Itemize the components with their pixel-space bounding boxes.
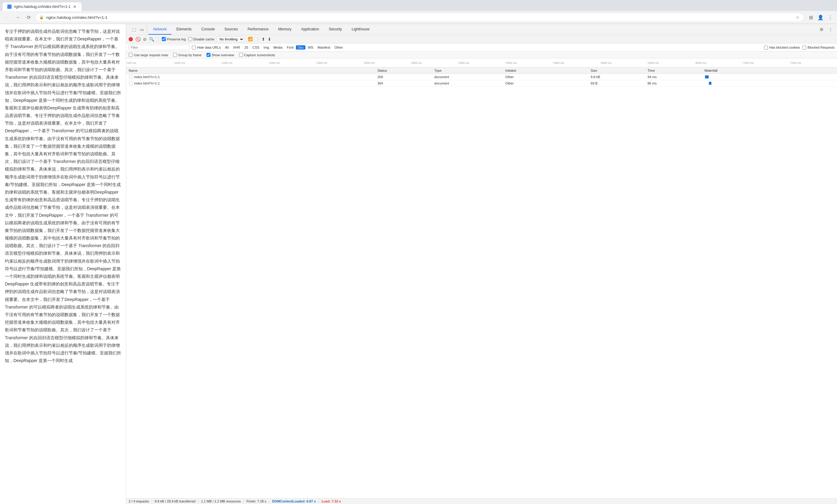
address-bar[interactable]: 🔒 nginx.halobug.cn/index.html?v=1-1 ☆ (35, 13, 804, 22)
preserve-log-label[interactable]: Preserve log (162, 37, 186, 41)
use-large-rows-checkbox[interactable] (129, 53, 132, 57)
lock-icon: 🔒 (39, 15, 44, 19)
profile-button[interactable]: 👤 (816, 13, 825, 22)
tab-network[interactable]: Network (148, 24, 172, 35)
show-overview-label[interactable]: Show overview (207, 53, 234, 57)
col-size[interactable]: Size (588, 68, 645, 74)
preserve-log-checkbox[interactable] (162, 37, 166, 41)
col-time[interactable]: Time (645, 68, 702, 74)
timeline-tick: 1500 ms (221, 61, 269, 65)
timeline-tick: 4000 ms (458, 61, 505, 65)
blocked-requests-checkbox[interactable] (802, 46, 806, 50)
tab-sources[interactable]: Sources (219, 24, 243, 35)
table-row[interactable]: index.html?v=1-1 200 document Other 9.8 … (126, 74, 837, 80)
col-type[interactable]: Type (432, 68, 503, 74)
col-initiator[interactable]: Initiator (503, 68, 588, 74)
address-text: nginx.halobug.cn/index.html?v=1-1 (46, 15, 793, 20)
record-button[interactable] (129, 37, 133, 41)
tab-elements[interactable]: Elements (172, 24, 196, 35)
filter-bar: Hide data URLs All XHR JS CSS Img Media … (126, 43, 837, 52)
devtools-settings-button[interactable]: ⚙ (818, 25, 825, 33)
tab-close-button[interactable]: ✕ (73, 4, 77, 9)
timeline-tick: 3500 ms (411, 61, 458, 65)
tab-security[interactable]: Security (324, 24, 347, 35)
timeline-tick: 2500 ms (316, 61, 363, 65)
show-overview-checkbox[interactable] (207, 53, 211, 57)
filter-ws[interactable]: WS (306, 45, 315, 50)
group-by-frame-checkbox[interactable] (173, 53, 177, 57)
status-bar: 2 / 4 requests | 9.8 kB / 28.9 kB transf… (126, 498, 837, 504)
back-button[interactable]: ← (2, 13, 11, 22)
clear-button[interactable]: 🚫 (135, 37, 141, 42)
domcontentloaded-time: DOMContentLoaded: 6.87 s (272, 500, 316, 503)
filter-img[interactable]: Img (262, 45, 271, 50)
cell-name: index.html?v=1-1 (126, 74, 375, 80)
filter-manifest[interactable]: Manifest (316, 45, 332, 50)
more-button[interactable]: ⋮ (826, 13, 835, 22)
upload-button[interactable]: ⬆ (262, 37, 265, 42)
tab-performance[interactable]: Performance (243, 24, 273, 35)
filter-other[interactable]: Other (333, 45, 345, 50)
bookmark-button[interactable]: ☆ (795, 14, 800, 20)
filter-xhr[interactable]: XHR (231, 45, 242, 50)
timeline-tick: 1000 ms (174, 61, 221, 65)
capture-screenshots-checkbox[interactable] (239, 53, 243, 57)
row-icon (129, 75, 133, 79)
inspect-button[interactable]: ⬚ (130, 25, 138, 33)
import-har-button[interactable]: 📶 (247, 36, 254, 42)
load-time: Load: 7.32 s (321, 500, 341, 503)
tab-lighthouse[interactable]: Lighthouse (347, 24, 374, 35)
use-large-rows-label[interactable]: Use large request rows (129, 53, 168, 57)
timeline-ruler: 500 ms1000 ms1500 ms2000 ms2500 ms3000 m… (126, 61, 837, 65)
col-name[interactable]: Name (126, 68, 375, 74)
tab-title: nginx.halobug.cn/index.html?v=1-1 (14, 4, 71, 9)
devtools-more-button[interactable]: ⋮ (827, 25, 835, 33)
hide-data-urls-label[interactable]: Hide data URLs (192, 46, 221, 50)
cell-waterfall (702, 74, 837, 80)
requests-count: 2 / 4 requests (129, 500, 149, 503)
filter-button[interactable]: ⊘ (143, 37, 147, 42)
has-blocked-cookies-checkbox[interactable] (764, 46, 768, 50)
hide-data-urls-checkbox[interactable] (192, 46, 196, 50)
extensions-button[interactable]: ⊞ (806, 13, 815, 22)
tab-console[interactable]: Console (196, 24, 219, 35)
browser-tab[interactable]: nginx.halobug.cn/index.html?v=1-1 ✕ (2, 2, 82, 11)
tab-application[interactable]: Application (296, 24, 324, 35)
separator-2 (257, 37, 258, 42)
cell-time: 86 ms (645, 80, 702, 87)
timeline-tick: 500 ms (126, 61, 174, 65)
download-button[interactable]: ⬇ (268, 37, 271, 42)
search-button[interactable]: 🔍 (149, 37, 154, 42)
device-toolbar-button[interactable]: ▭ (138, 25, 146, 33)
filter-font[interactable]: Font (285, 45, 295, 50)
table-row[interactable]: index.html?v=1-1 304 document Other 69 B… (126, 80, 837, 87)
finish-time: Finish: 7.28 s (246, 500, 266, 503)
disable-cache-checkbox[interactable] (188, 37, 192, 41)
tab-memory[interactable]: Memory (273, 24, 296, 35)
filter-doc[interactable]: Doc (296, 45, 306, 50)
timeline-tick: 2000 ms (268, 61, 316, 65)
reload-button[interactable]: ⟳ (24, 13, 33, 22)
group-by-frame-label[interactable]: Group by frame (173, 53, 201, 57)
filter-all[interactable]: All (223, 45, 231, 50)
throttling-select[interactable]: No throttling (217, 36, 244, 42)
blocked-requests-label[interactable]: Blocked Requests (802, 46, 835, 50)
timeline-tick: 6000 ms (647, 61, 695, 65)
browser-chrome: nginx.halobug.cn/index.html?v=1-1 ✕ ← → … (0, 0, 837, 24)
nav-bar: ← → ⟳ 🔒 nginx.halobug.cn/index.html?v=1-… (0, 11, 837, 24)
transferred-size: 9.8 kB / 28.9 kB transferred (155, 500, 196, 503)
network-table: Name Status Type Initiator Size Time Wat… (126, 68, 837, 498)
has-blocked-cookies-label[interactable]: Has blocked cookies (764, 46, 800, 50)
capture-screenshots-label[interactable]: Capture screenshots (239, 53, 275, 57)
filter-input[interactable] (129, 45, 190, 50)
cell-type: document (432, 80, 503, 87)
col-status[interactable]: Status (375, 68, 432, 74)
filter-media[interactable]: Media (272, 45, 284, 50)
col-waterfall[interactable]: Waterfall (702, 68, 837, 74)
disable-cache-label[interactable]: Disable cache (188, 37, 214, 41)
forward-button[interactable]: → (13, 13, 22, 22)
browser-right-icons: ⊞ 👤 ⋮ (806, 13, 835, 22)
filter-css[interactable]: CSS (251, 45, 261, 50)
cell-status: 304 (375, 80, 432, 87)
filter-js[interactable]: JS (243, 45, 250, 50)
